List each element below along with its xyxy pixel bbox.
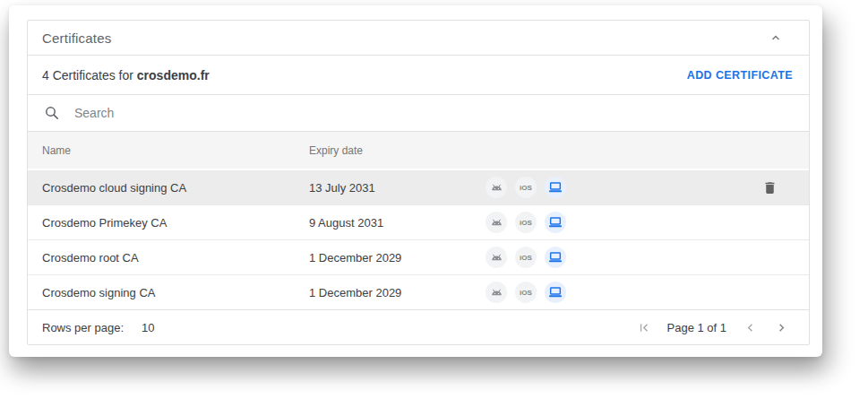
first-page-icon (636, 320, 651, 335)
ios-icon: iOS (515, 247, 537, 268)
add-certificate-button[interactable]: ADD CERTIFICATE (685, 64, 795, 87)
certificate-name: Crosdemo cloud signing CA (42, 181, 309, 195)
chromebook-icon (545, 282, 566, 303)
android-icon (486, 212, 507, 233)
platform-indicators: iOS (486, 247, 744, 268)
column-header-expiry: Expiry date (309, 144, 486, 157)
rows-per-page-value[interactable]: 10 (142, 321, 154, 334)
table-header-row: Name Expiry date (28, 132, 809, 170)
table-footer: Rows per page: 10 Page 1 of 1 (28, 310, 809, 344)
domain-name: crosdemo.fr (137, 68, 210, 82)
certificate-name: Crosdemo root CA (42, 251, 309, 265)
certificates-summary: 4 Certificates for crosdemo.fr (42, 68, 210, 82)
search-input[interactable] (73, 105, 793, 121)
platform-indicators: iOS (486, 212, 744, 233)
certificates-panel: Certificates 4 Certificates for crosdemo… (27, 20, 810, 345)
chromebook-icon (545, 247, 566, 268)
previous-page-button[interactable] (743, 320, 758, 335)
certificate-name: Crosdemo signing CA (42, 286, 309, 299)
search-bar (28, 95, 809, 132)
table-row[interactable]: Crosdemo Primekey CA 9 August 2031 iOS (28, 205, 809, 240)
chevron-up-icon (769, 31, 782, 44)
ios-icon: iOS (515, 282, 537, 303)
table-body: Crosdemo cloud signing CA 13 July 2031 i… (28, 170, 809, 310)
certificate-expiry: 1 December 2029 (309, 251, 486, 265)
table-row[interactable]: Crosdemo signing CA 1 December 2029 iOS (28, 275, 809, 310)
table-row[interactable]: Crosdemo root CA 1 December 2029 iOS (28, 240, 809, 275)
chromebook-icon (545, 177, 566, 198)
first-page-button[interactable] (636, 320, 651, 335)
rows-per-page-label: Rows per page: (42, 321, 124, 334)
table-row[interactable]: Crosdemo cloud signing CA 13 July 2031 i… (28, 170, 809, 205)
certificate-name: Crosdemo Primekey CA (42, 216, 309, 230)
panel-title: Certificates (42, 30, 111, 46)
certificate-expiry: 9 August 2031 (309, 216, 486, 230)
android-icon (486, 247, 507, 268)
certificates-count-text: 4 Certificates for (42, 68, 137, 82)
android-icon (486, 282, 507, 303)
panel-header: Certificates (28, 21, 809, 56)
search-icon (44, 105, 60, 121)
platform-indicators: iOS (486, 282, 744, 303)
delete-icon[interactable] (762, 180, 778, 195)
chevron-right-icon (774, 320, 789, 335)
next-page-button[interactable] (774, 320, 789, 335)
platform-indicators: iOS (486, 177, 744, 198)
pagination: Page 1 of 1 (636, 320, 790, 335)
ios-icon: iOS (515, 177, 537, 198)
ios-icon: iOS (515, 212, 537, 233)
chromebook-icon (545, 212, 566, 233)
page-indicator: Page 1 of 1 (667, 321, 727, 334)
certificate-expiry: 1 December 2029 (309, 286, 486, 299)
panel-subheader: 4 Certificates for crosdemo.fr ADD CERTI… (28, 56, 809, 95)
collapse-panel-button[interactable] (769, 31, 782, 44)
column-header-name: Name (42, 144, 309, 157)
row-actions (744, 180, 795, 195)
certificate-expiry: 13 July 2031 (309, 181, 486, 195)
screenshot-page: Certificates 4 Certificates for crosdemo… (9, 5, 822, 357)
chevron-left-icon (743, 320, 758, 335)
android-icon (486, 177, 507, 198)
